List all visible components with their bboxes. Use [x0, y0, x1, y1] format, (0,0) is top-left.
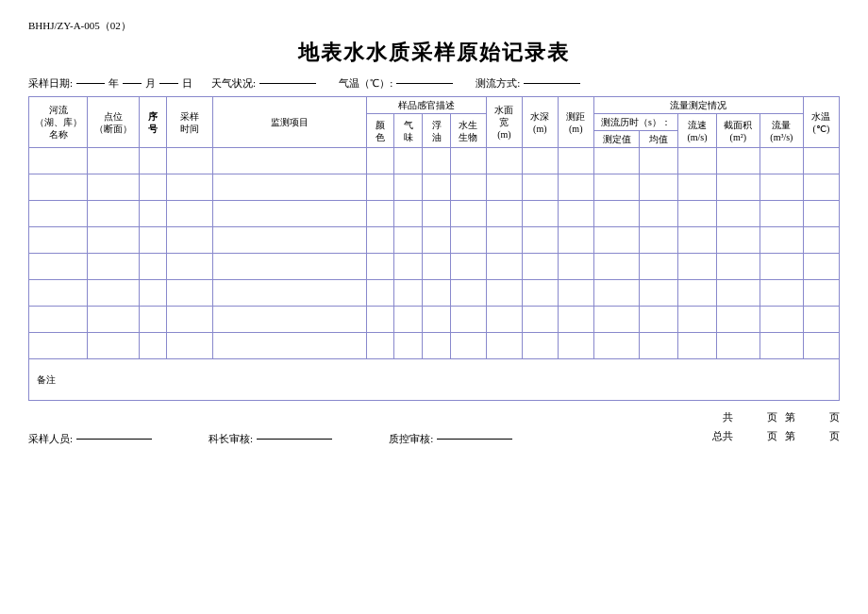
cell-aquatic — [451, 280, 487, 307]
cell-aquatic — [451, 254, 487, 280]
qc-review-blank — [437, 439, 512, 440]
cell-smell — [394, 227, 423, 254]
col-river: 河流（湖、库）名称 — [29, 97, 88, 148]
page-label: 第 — [785, 408, 795, 427]
cell-location — [88, 201, 139, 227]
table-row — [29, 254, 840, 280]
notes-cell: 备注 — [29, 359, 840, 401]
table-row — [29, 148, 840, 174]
cell-monitor — [213, 254, 367, 280]
cell-river — [29, 280, 88, 307]
cell-speed — [678, 254, 717, 280]
col-aquatic: 水生生物 — [451, 114, 487, 148]
cell-seq — [139, 148, 167, 174]
cell-section — [716, 307, 760, 333]
cell-monitor — [213, 280, 367, 307]
cell-section — [716, 201, 760, 227]
cell-depth — [522, 148, 558, 174]
cell-width — [486, 201, 522, 227]
cell-speed — [678, 201, 717, 227]
cell-avg — [640, 307, 678, 333]
cell-location — [88, 280, 139, 307]
cell-dist — [558, 307, 593, 333]
cell-color — [366, 174, 394, 201]
cell-oil — [423, 227, 451, 254]
col-avg-val: 均值 — [640, 131, 678, 148]
cell-speed — [678, 280, 717, 307]
cell-oil — [423, 201, 451, 227]
cell-avg — [640, 333, 678, 359]
cell-rate — [760, 174, 803, 201]
col-location: 点位（断面） — [88, 97, 139, 148]
cell-depth — [522, 280, 558, 307]
table-row — [29, 333, 840, 359]
cell-aquatic — [451, 201, 487, 227]
cell-section — [716, 148, 760, 174]
cell-wtemp — [803, 307, 839, 333]
cell-wtemp — [803, 174, 839, 201]
cell-smell — [394, 307, 423, 333]
cell-location — [88, 307, 139, 333]
col-flow-rate: 流量(m³/s) — [760, 114, 803, 148]
cell-rate — [760, 280, 803, 307]
cell-color — [366, 280, 394, 307]
cell-seq — [139, 201, 167, 227]
cell-smell — [394, 174, 423, 201]
temp-label: 气温（℃）: — [339, 76, 392, 91]
cell-river — [29, 227, 88, 254]
cell-rate — [760, 148, 803, 174]
cell-seq — [139, 307, 167, 333]
cell-monitor — [213, 307, 367, 333]
temp-blank — [396, 83, 453, 84]
cell-mval — [593, 307, 640, 333]
cell-time — [167, 333, 213, 359]
col-smell: 气味 — [394, 114, 423, 148]
footer-right: 共 页 第 页 总共 页 第 页 — [712, 408, 840, 446]
cell-depth — [522, 174, 558, 201]
cell-section — [716, 227, 760, 254]
year-blank — [76, 83, 105, 84]
footer-left: 采样人员: 科长审核: 质控审核: — [28, 432, 512, 446]
cell-depth — [522, 254, 558, 280]
sub-total-label: 总共 — [712, 427, 733, 446]
cell-mval — [593, 227, 640, 254]
cell-color — [366, 307, 394, 333]
weather-blank — [259, 83, 316, 84]
doc-id: BHHJ/ZY-A-005（02） — [28, 19, 840, 33]
cell-color — [366, 254, 394, 280]
cell-time — [167, 227, 213, 254]
col-float-oil: 浮油 — [423, 114, 451, 148]
cell-time — [167, 254, 213, 280]
cell-avg — [640, 254, 678, 280]
cell-wtemp — [803, 280, 839, 307]
col-water-temp: 水温(℃) — [803, 97, 839, 148]
cell-monitor — [213, 333, 367, 359]
cell-seq — [139, 227, 167, 254]
col-flow-group: 流量测定情况 — [593, 97, 803, 114]
total-label: 共 — [723, 408, 733, 427]
cell-mval — [593, 280, 640, 307]
cell-river — [29, 333, 88, 359]
col-cross-section: 截面积(m²) — [716, 114, 760, 148]
cell-width — [486, 333, 522, 359]
cell-width — [486, 174, 522, 201]
sub-total-blank — [741, 427, 760, 446]
month-label: 月 — [145, 76, 156, 91]
cell-river — [29, 254, 88, 280]
col-sensory-group: 样品感官描述 — [366, 97, 486, 114]
footer-row: 采样人员: 科长审核: 质控审核: 共 页 第 页 总共 页 第 页 — [28, 408, 840, 446]
cell-oil — [423, 307, 451, 333]
month-blank — [123, 83, 142, 84]
cell-aquatic — [451, 148, 487, 174]
cell-dist — [558, 280, 593, 307]
cell-seq — [139, 254, 167, 280]
cell-avg — [640, 201, 678, 227]
dept-review-label: 科长审核: — [209, 432, 253, 446]
sampler-field: 采样人员: — [28, 432, 152, 446]
table-row — [29, 307, 840, 333]
cell-depth — [522, 201, 558, 227]
cell-monitor — [213, 174, 367, 201]
cell-seq — [139, 280, 167, 307]
page-num-label: 页 — [829, 408, 840, 427]
table-row — [29, 174, 840, 201]
